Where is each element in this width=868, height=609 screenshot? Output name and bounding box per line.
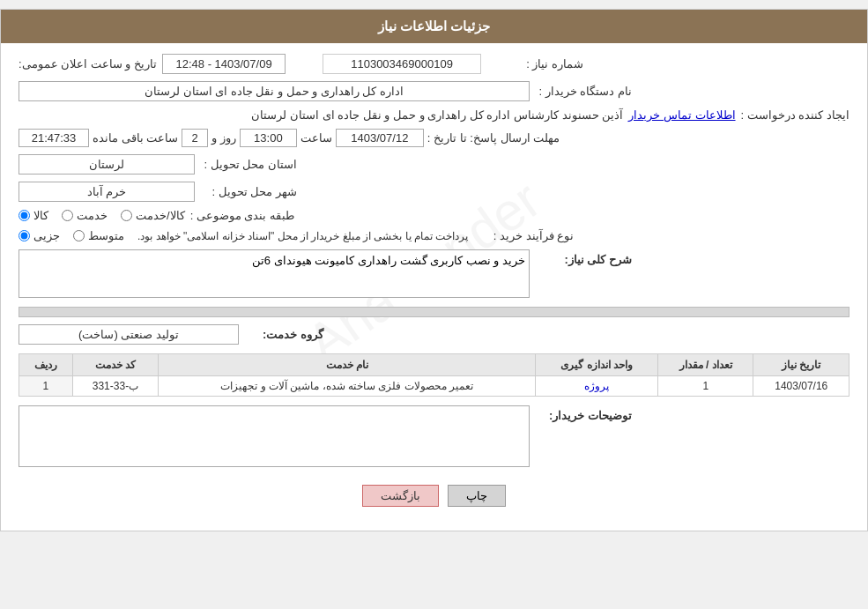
buyer-org-value: اداره کل راهداری و حمل و نقل جاده ای است…	[19, 81, 530, 101]
delivery-city-value: خرم آباد	[19, 182, 195, 202]
action-buttons: چاپ بازگشت	[19, 476, 849, 520]
process-medium-label: متوسط	[88, 229, 124, 242]
category-label: طبقه بندی موضوعی :	[190, 209, 294, 222]
creator-name-value: آذین حسنوند کارشناس اداره کل راهداری و ح…	[19, 108, 623, 122]
need-number-label: شماره نیاز :	[486, 57, 583, 71]
category-kala-khadamat-radio[interactable]	[121, 210, 132, 221]
category-khadamat-radio[interactable]	[62, 210, 73, 221]
need-description-label: شرح کلی نیاز:	[535, 249, 632, 266]
contact-info-link[interactable]: اطلاعات تماس خریدار	[628, 108, 735, 122]
process-options-group: پرداخت تمام یا بخشی از مبلغ خریدار از مح…	[19, 229, 468, 242]
category-option-kala-khadamat[interactable]: کالا/خدمت	[121, 209, 185, 222]
reply-time-label: ساعت	[300, 131, 332, 145]
public-announce-value: 1403/07/09 - 12:48	[162, 54, 286, 74]
delivery-city-label: شهر محل تحویل :	[200, 185, 297, 198]
services-table: تاریخ نیاز تعداد / مقدار واحد اندازه گیر…	[19, 353, 849, 397]
main-content: Ana Tender شماره نیاز : 1103003469000109…	[1, 43, 867, 531]
title-text: جزئیات اطلاعات نیاز	[378, 19, 490, 33]
category-kala-radio[interactable]	[19, 210, 30, 221]
need-number-value: 1103003469000109	[323, 54, 481, 74]
page-wrapper: جزئیات اطلاعات نیاز Ana Tender شماره نیا…	[0, 9, 868, 531]
delivery-province-label: استان محل تحویل :	[200, 158, 297, 171]
remaining-label: ساعت باقی مانده	[93, 131, 178, 145]
buyer-notes-input[interactable]	[19, 405, 530, 467]
reply-date-value: 1403/07/12	[336, 129, 424, 147]
col-service-code: کد خدمت	[72, 354, 159, 376]
buyer-notes-section: توضیحات خریدار:	[19, 405, 849, 467]
process-type-label: نوع فرآیند خرید :	[477, 229, 574, 242]
days-value: 2	[182, 129, 208, 147]
buyer-org-row: نام دستگاه خریدار : اداره کل راهداری و ح…	[19, 81, 849, 101]
category-option-khadamat[interactable]: خدمت	[62, 209, 108, 222]
category-row: طبقه بندی موضوعی : کالا/خدمت خدمت کالا	[19, 209, 849, 222]
col-service-name: نام خدمت	[159, 354, 536, 376]
delivery-city-row: شهر محل تحویل : خرم آباد	[19, 182, 849, 202]
back-button[interactable]: بازگشت	[362, 485, 439, 507]
col-row-num: ردیف	[19, 354, 73, 376]
table-row: 1403/07/16 1 پروژه تعمیر محصولات فلزی سا…	[19, 376, 849, 397]
col-unit: واحد اندازه گیری	[536, 354, 658, 376]
cell-row-num: 1	[19, 376, 73, 397]
category-option-kala[interactable]: کالا	[19, 209, 48, 222]
service-group-value: تولید صنعتی (ساخت)	[19, 324, 239, 345]
cell-unit: پروژه	[536, 376, 658, 397]
reply-deadline-row: مهلت ارسال پاسخ: تا تاریخ : 1403/07/12 س…	[19, 129, 849, 147]
process-partial-radio[interactable]	[19, 230, 30, 241]
buyer-notes-label: توضیحات خریدار:	[535, 405, 632, 422]
process-option-medium[interactable]: متوسط	[73, 229, 124, 242]
category-kala-khadamat-label: کالا/خدمت	[136, 209, 185, 222]
cell-quantity: 1	[658, 376, 753, 397]
public-announce-label: تاریخ و ساعت اعلان عمومی:	[19, 57, 157, 71]
creator-label: ایجاد کننده درخواست :	[741, 108, 849, 122]
reply-time-value: 13:00	[240, 129, 297, 147]
process-option-partial[interactable]: جزیی	[19, 229, 60, 242]
process-partial-label: جزیی	[33, 229, 60, 242]
cell-need-date: 1403/07/16	[753, 376, 849, 397]
print-button[interactable]: چاپ	[448, 485, 506, 507]
cell-service-code: ب-33-331	[72, 376, 159, 397]
process-note-text: پرداخت تمام یا بخشی از مبلغ خریدار از مح…	[137, 230, 468, 242]
need-number-row: شماره نیاز : 1103003469000109 1403/07/09…	[19, 54, 849, 74]
need-description-section: شرح کلی نیاز: خرید و نصب کاربری گشت راهد…	[19, 249, 849, 298]
category-kala-label: کالا	[33, 209, 48, 222]
service-group-label: گروه خدمت:	[244, 328, 323, 341]
service-group-row: گروه خدمت: تولید صنعتی (ساخت)	[19, 324, 849, 345]
col-need-date: تاریخ نیاز	[753, 354, 849, 376]
category-radio-group: کالا/خدمت خدمت کالا	[19, 209, 185, 222]
page-title: جزئیات اطلاعات نیاز	[1, 10, 867, 43]
need-description-input[interactable]: خرید و نصب کاربری گشت راهداری کامیونت هی…	[19, 249, 530, 298]
content-inner: شماره نیاز : 1103003469000109 1403/07/09…	[19, 54, 849, 520]
delivery-province-row: استان محل تحویل : لرستان	[19, 154, 849, 175]
col-quantity: تعداد / مقدار	[658, 354, 753, 376]
services-section-header	[19, 307, 849, 317]
process-type-row: نوع فرآیند خرید : پرداخت تمام یا بخشی از…	[19, 229, 849, 242]
process-medium-radio[interactable]	[73, 230, 85, 241]
cell-service-name: تعمیر محصولات فلزی ساخته شده، ماشین آلات…	[159, 376, 536, 397]
reply-deadline-label: مهلت ارسال پاسخ: تا تاریخ :	[427, 131, 560, 145]
creator-row: ایجاد کننده درخواست : اطلاعات تماس خریدا…	[19, 108, 849, 122]
remaining-value: 21:47:33	[19, 129, 89, 147]
category-khadamat-label: خدمت	[77, 209, 108, 222]
buyer-org-label: نام دستگاه خریدار :	[535, 85, 632, 98]
delivery-province-value: لرستان	[19, 154, 195, 175]
days-label: روز و	[211, 131, 236, 145]
